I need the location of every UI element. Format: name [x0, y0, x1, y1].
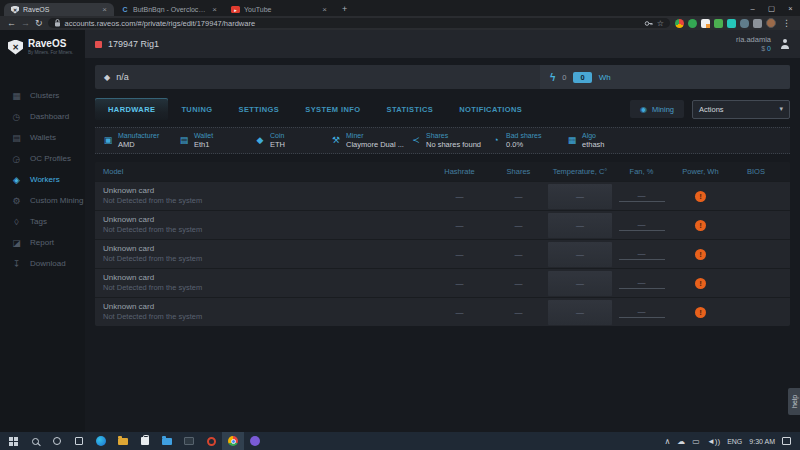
actions-dropdown[interactable]: Actions ▾: [692, 100, 790, 119]
tray-expand-icon[interactable]: ∧: [664, 437, 670, 446]
help-tab[interactable]: help: [788, 388, 800, 415]
volume-icon[interactable]: ◄)): [707, 437, 720, 446]
monitor-icon: [184, 437, 194, 445]
password-key-icon[interactable]: [644, 19, 653, 28]
extension-icon[interactable]: [727, 19, 736, 28]
gpu-model-sub: Not Detected from the system: [103, 312, 430, 322]
taskbar-edge[interactable]: [90, 432, 112, 450]
fan-slider[interactable]: [619, 288, 665, 289]
extension-icon[interactable]: [688, 19, 697, 28]
gpu-row: Unknown cardNot Detected from the system…: [95, 239, 790, 268]
tab-close-icon[interactable]: ×: [212, 5, 217, 14]
temperature-field[interactable]: —: [548, 271, 612, 296]
tab-notifications[interactable]: NOTIFICATIONS: [446, 98, 535, 120]
network-icon[interactable]: ▭: [692, 437, 700, 446]
browser-profile-avatar[interactable]: [766, 18, 776, 28]
browser-tab-raveos[interactable]: ✕ RaveOS ×: [4, 3, 114, 16]
task-view-button[interactable]: [68, 432, 90, 450]
sidebar-item-clusters[interactable]: ▦ Clusters: [0, 85, 85, 106]
reload-button[interactable]: ↻: [35, 19, 43, 28]
browser-tab-overclockers[interactable]: C ButBnBgn - Overclockers GE - B ×: [114, 3, 224, 16]
forward-button[interactable]: →: [21, 19, 30, 28]
power-warning-icon[interactable]: !: [695, 191, 706, 202]
fan-slider[interactable]: [619, 317, 665, 318]
sidebar-item-workers[interactable]: ◈ Workers: [0, 169, 85, 190]
power-warning-icon[interactable]: !: [695, 220, 706, 231]
temperature-field[interactable]: —: [548, 213, 612, 238]
sidebar-item-tags[interactable]: ◊ Tags: [0, 211, 85, 232]
power-unit: Wh: [599, 73, 611, 82]
fan-slider[interactable]: [619, 201, 665, 202]
rig-name: n/a: [116, 72, 129, 82]
tab-system-info[interactable]: SYSTEM INFO: [292, 98, 373, 120]
taskbar-file-explorer[interactable]: [112, 432, 134, 450]
info-value: AMD: [118, 140, 159, 149]
power-badge[interactable]: 0: [573, 72, 591, 83]
fan-slider[interactable]: [619, 259, 665, 260]
back-button[interactable]: ←: [7, 19, 16, 28]
extension-icon[interactable]: [675, 19, 684, 28]
col-power: Power, Wh: [671, 167, 730, 176]
action-center-icon[interactable]: [782, 437, 791, 445]
sidebar-item-oc-profiles[interactable]: ◶ OC Profiles: [0, 148, 85, 169]
extension-icon[interactable]: [714, 19, 723, 28]
rig-title: 179947 Rig1: [108, 39, 159, 49]
new-tab-button[interactable]: +: [342, 4, 347, 14]
temperature-field[interactable]: —: [548, 184, 612, 209]
tab-close-icon[interactable]: ×: [322, 5, 327, 14]
power-warning-icon[interactable]: !: [695, 249, 706, 260]
taskbar-store[interactable]: [134, 432, 156, 450]
user-info[interactable]: ria.adamia $ 0: [736, 35, 771, 54]
taskbar-folder[interactable]: [156, 432, 178, 450]
extension-icon[interactable]: [701, 19, 710, 28]
address-bar[interactable]: accounts.raveos.com/#/private/rigs/edit/…: [48, 18, 670, 28]
fan-field[interactable]: —: [612, 307, 671, 318]
browser-tab-youtube[interactable]: ▸ YouTube ×: [224, 3, 334, 16]
sidebar-item-custom-mining[interactable]: ⚙ Custom Mining: [0, 190, 85, 211]
taskbar-monitor-app[interactable]: [178, 432, 200, 450]
taskbar-search-button[interactable]: [24, 432, 46, 450]
power-warning-icon[interactable]: !: [695, 307, 706, 318]
info-value: No shares found: [426, 140, 481, 149]
onedrive-cloud-icon[interactable]: ☁: [677, 437, 685, 446]
fan-field[interactable]: —: [612, 278, 671, 289]
close-window-button[interactable]: ×: [781, 0, 800, 16]
gpu-model: Unknown card: [103, 273, 430, 283]
taskbar-discord[interactable]: [244, 432, 266, 450]
fan-field[interactable]: —: [612, 220, 671, 231]
extension-icon[interactable]: [740, 19, 749, 28]
actions-label: Actions: [699, 105, 724, 114]
temperature-field[interactable]: —: [548, 242, 612, 267]
tab-hardware[interactable]: HARDWARE: [95, 98, 168, 120]
tab-settings[interactable]: SETTINGS: [226, 98, 293, 120]
mining-button[interactable]: ◉ Mining: [630, 100, 684, 118]
taskbar-opera[interactable]: [200, 432, 222, 450]
tab-close-icon[interactable]: ×: [102, 5, 107, 14]
browser-menu-icon[interactable]: ⋮: [780, 18, 793, 28]
temperature-field[interactable]: —: [548, 300, 612, 325]
start-button[interactable]: [2, 432, 24, 450]
cortana-button[interactable]: [46, 432, 68, 450]
sidebar-item-wallets[interactable]: ▤ Wallets: [0, 127, 85, 148]
raveos-logo[interactable]: ✕ RaveOS By Miners. For Miners.: [0, 30, 85, 59]
minimize-button[interactable]: –: [743, 0, 762, 16]
window-controls: – ▢ ×: [743, 0, 800, 16]
fan-field[interactable]: —: [612, 249, 671, 260]
extensions-puzzle-icon[interactable]: [753, 19, 762, 28]
sidebar-item-download[interactable]: ↧ Download: [0, 253, 85, 274]
language-indicator[interactable]: ENG: [727, 438, 742, 445]
tab-tuning[interactable]: TUNING: [168, 98, 225, 120]
sidebar-item-dashboard[interactable]: ◷ Dashboard: [0, 106, 85, 127]
tab-statistics[interactable]: STATISTICS: [374, 98, 447, 120]
fan-field[interactable]: —: [612, 191, 671, 202]
clock[interactable]: 9:30 AM: [749, 438, 775, 445]
bookmark-star-icon[interactable]: ☆: [657, 19, 664, 28]
info-wallet: ▤ WalletEth1: [179, 132, 255, 149]
user-avatar-icon[interactable]: [780, 39, 790, 49]
maximize-button[interactable]: ▢: [762, 0, 781, 16]
taskbar-chrome[interactable]: [222, 432, 244, 450]
power-warning-icon[interactable]: !: [695, 278, 706, 289]
fan-slider[interactable]: [619, 230, 665, 231]
sidebar-item-report[interactable]: ◪ Report: [0, 232, 85, 253]
fan-value: —: [638, 249, 646, 258]
